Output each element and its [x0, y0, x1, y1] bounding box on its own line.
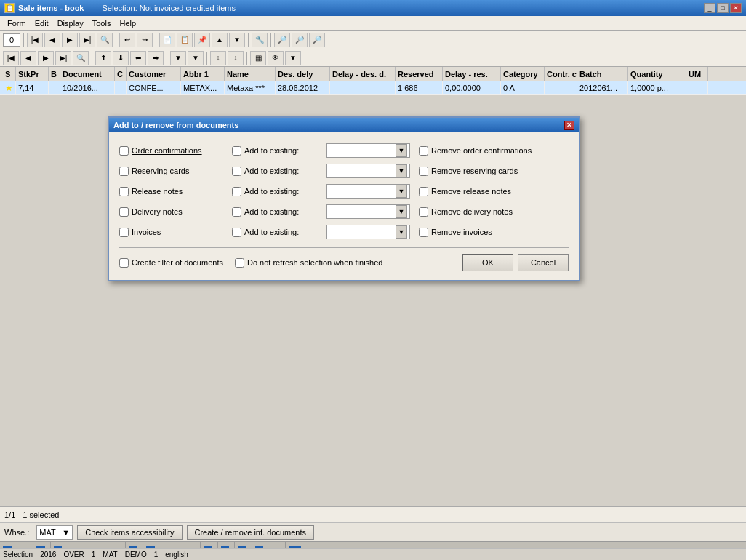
cell-quantity: 1,0000 p... [628, 81, 686, 94]
tb-find2[interactable]: 🔎 [292, 33, 308, 47]
menu-tools[interactable]: Tools [88, 17, 116, 29]
invoices-add-checkbox[interactable] [232, 228, 241, 237]
dialog-action-buttons: OK Cancel [462, 254, 569, 271]
reserving-cards-dropdown-arrow[interactable]: ▼ [396, 164, 407, 177]
tb-next[interactable]: ▶ [62, 33, 78, 47]
order-confirmations-dropdown[interactable]: ▼ [326, 143, 410, 158]
close-button[interactable]: ✕ [730, 3, 742, 13]
order-confirmations-dropdown-arrow[interactable]: ▼ [396, 144, 407, 157]
delivery-notes-label[interactable]: Delivery notes [119, 207, 232, 217]
cancel-button[interactable]: Cancel [518, 254, 569, 271]
menu-display[interactable]: Display [53, 17, 88, 29]
minimize-button[interactable]: _ [704, 3, 715, 13]
order-confirmations-remove-label[interactable]: Remove order confirmations [419, 146, 564, 156]
no-refresh-checkbox[interactable] [235, 258, 244, 268]
tb-redo[interactable]: ↪ [137, 33, 153, 47]
create-remove-button[interactable]: Create / remove inf. documents [187, 525, 314, 540]
tb-find3[interactable]: 🔎 [309, 33, 325, 47]
delivery-notes-remove-label[interactable]: Remove delivery notes [419, 207, 564, 217]
tb2-nav2[interactable]: ⬇ [113, 51, 129, 65]
tb-down[interactable]: ▼ [229, 33, 245, 47]
release-notes-remove-checkbox[interactable] [419, 187, 428, 196]
tb2-extra[interactable]: ▼ [285, 51, 301, 65]
menu-edit[interactable]: Edit [31, 17, 53, 29]
no-refresh-label[interactable]: Do not refresh selection when finished [235, 258, 383, 268]
tb-search[interactable]: 🔍 [97, 33, 113, 47]
invoices-dropdown-arrow[interactable]: ▼ [396, 225, 407, 239]
whse-dropdown-arrow[interactable]: ▼ [62, 528, 70, 537]
reserving-cards-add-checkbox[interactable] [232, 167, 241, 176]
order-confirmations-checkbox[interactable] [119, 146, 129, 156]
tb-new[interactable]: 📄 [159, 33, 175, 47]
release-notes-add-label[interactable]: Add to existing: [232, 187, 326, 196]
tb2-nav4[interactable]: ➡ [148, 51, 164, 65]
reserving-cards-label[interactable]: Reserving cards [119, 167, 232, 176]
release-notes-checkbox[interactable] [119, 187, 129, 196]
tb-undo[interactable]: ↩ [119, 33, 135, 47]
tb2-next[interactable]: ▶ [38, 51, 54, 65]
tb2-view[interactable]: 👁 [268, 51, 284, 65]
tb-find1[interactable]: 🔎 [274, 33, 290, 47]
cell-stkpr: 7,14 [16, 81, 49, 94]
order-confirmations-label[interactable]: Order confirmations [119, 146, 232, 156]
bottom-btn-bar: Whse.: MAT ▼ Check items accessibility C… [0, 522, 746, 541]
tb2-filter[interactable]: ▼ [170, 51, 186, 65]
delivery-notes-checkbox[interactable] [119, 207, 129, 217]
delivery-notes-add-label[interactable]: Add to existing: [232, 207, 326, 217]
tb2-cols[interactable]: ▦ [250, 51, 266, 65]
check-accessibility-button[interactable]: Check items accessibility [77, 525, 182, 540]
menu-help[interactable]: Help [115, 17, 140, 29]
dialog-body: Order confirmations Add to existing: ▼ R… [109, 132, 579, 280]
tb-paste[interactable]: 📌 [194, 33, 210, 47]
release-notes-dropdown[interactable]: ▼ [326, 184, 410, 199]
table-row[interactable]: ★ 7,14 10/2016... CONFE... METAX... Meta… [0, 81, 746, 95]
tb-last[interactable]: ▶| [79, 33, 95, 47]
order-confirmations-remove-checkbox[interactable] [419, 146, 428, 156]
toolbar-number[interactable] [3, 33, 20, 47]
release-notes-add-checkbox[interactable] [232, 187, 241, 196]
maximize-button[interactable]: □ [717, 3, 729, 13]
reserving-cards-dropdown[interactable]: ▼ [326, 164, 410, 178]
tb2-first[interactable]: |◀ [3, 51, 19, 65]
order-confirmations-add-label[interactable]: Add to existing: [232, 146, 326, 156]
tb2-nav1[interactable]: ⬆ [95, 51, 111, 65]
release-notes-label[interactable]: Release notes [119, 187, 232, 196]
delivery-notes-dropdown-arrow[interactable]: ▼ [396, 205, 407, 218]
invoices-add-label[interactable]: Add to existing: [232, 228, 326, 237]
tb2-search[interactable]: 🔍 [73, 51, 89, 65]
ok-button[interactable]: OK [462, 254, 513, 271]
tb-first[interactable]: |◀ [27, 33, 43, 47]
tb-prev[interactable]: ◀ [44, 33, 60, 47]
release-notes-dropdown-arrow[interactable]: ▼ [396, 185, 407, 198]
invoices-remove-checkbox[interactable] [419, 228, 428, 237]
reserving-cards-add-label[interactable]: Add to existing: [232, 167, 326, 176]
tb2-filter2[interactable]: ▼ [188, 51, 204, 65]
invoices-label[interactable]: Invoices [119, 228, 232, 237]
menu-form[interactable]: Form [3, 17, 31, 29]
order-confirmations-add-checkbox[interactable] [232, 146, 241, 156]
invoices-checkbox[interactable] [119, 228, 129, 237]
create-filter-label[interactable]: Create filter of documents [119, 258, 223, 268]
tb2-prev[interactable]: ◀ [20, 51, 36, 65]
tb2-sort[interactable]: ↕ [210, 51, 226, 65]
delivery-notes-add-checkbox[interactable] [232, 207, 241, 217]
reserving-cards-checkbox[interactable] [119, 167, 129, 176]
tb2-sort2[interactable]: ↕ [228, 51, 244, 65]
whse-field[interactable]: MAT ▼ [36, 525, 73, 540]
create-filter-checkbox[interactable] [119, 258, 129, 268]
dialog-title: Add to / remove from documents ✕ [109, 118, 579, 132]
reserving-cards-remove-label[interactable]: Remove reserving cards [419, 167, 564, 176]
delivery-notes-dropdown[interactable]: ▼ [326, 204, 410, 219]
tb2-nav3[interactable]: ⬅ [130, 51, 146, 65]
invoices-dropdown[interactable]: ▼ [326, 225, 410, 239]
dialog-close-button[interactable]: ✕ [564, 121, 574, 130]
tb2-last[interactable]: ▶| [55, 51, 71, 65]
invoices-remove-label[interactable]: Remove invoices [419, 228, 564, 237]
tb-up[interactable]: ▲ [212, 33, 228, 47]
reserving-cards-remove-checkbox[interactable] [419, 167, 428, 176]
cell-category: 0 A [501, 81, 545, 94]
release-notes-remove-label[interactable]: Remove release notes [419, 187, 564, 196]
tb-copy[interactable]: 📋 [177, 33, 193, 47]
tb-tools[interactable]: 🔧 [252, 33, 268, 47]
delivery-notes-remove-checkbox[interactable] [419, 207, 428, 217]
